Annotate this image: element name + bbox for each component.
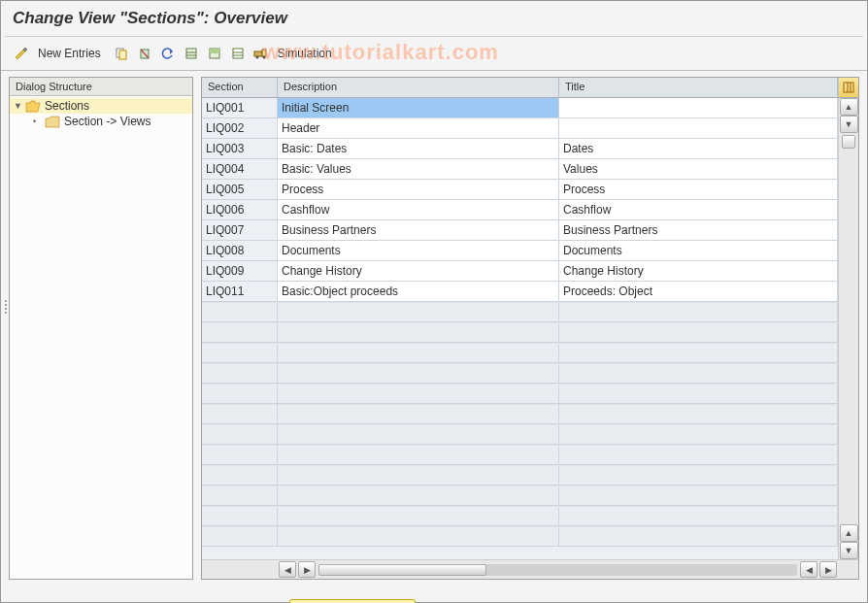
deselect-all-icon[interactable] <box>227 43 249 64</box>
cell-description <box>278 385 559 404</box>
cell-section[interactable]: LIQ008 <box>202 241 278 261</box>
svg-rect-12 <box>254 51 262 56</box>
cell-description <box>278 466 559 486</box>
svg-rect-8 <box>210 49 219 53</box>
table-row[interactable]: LIQ002Header <box>202 118 858 139</box>
simulation-button[interactable]: Simulation <box>274 45 340 62</box>
scroll-nub[interactable] <box>842 135 855 149</box>
page-title: Change View "Sections": Overview <box>1 1 867 36</box>
cell-description[interactable]: Basic: Dates <box>278 139 559 159</box>
undo-icon[interactable] <box>157 43 179 64</box>
cell-description <box>278 486 559 506</box>
cell-title[interactable]: Documents <box>559 241 838 261</box>
cell-description[interactable]: Documents <box>278 241 559 261</box>
position-button[interactable]: Position... <box>289 599 417 603</box>
cell-title[interactable]: Values <box>559 159 838 180</box>
cell-section[interactable]: LIQ003 <box>202 139 278 159</box>
toggle-display-change-icon[interactable] <box>11 43 32 64</box>
cell-title[interactable]: Proceeds: Object <box>559 282 838 302</box>
table-row <box>202 424 858 445</box>
scroll-right-icon[interactable]: ▶ <box>819 561 837 578</box>
copy-icon[interactable] <box>111 43 132 64</box>
scroll-up-icon[interactable]: ▲ <box>840 98 858 116</box>
table-row[interactable]: LIQ003Basic: DatesDates <box>202 139 858 159</box>
cell-title[interactable] <box>559 98 838 118</box>
scroll-down-icon[interactable]: ▼ <box>840 542 858 559</box>
table-row[interactable]: LIQ009Change HistoryChange History <box>202 261 858 282</box>
cell-section[interactable]: LIQ002 <box>202 118 278 139</box>
select-block-icon[interactable] <box>204 43 225 64</box>
vertical-scrollbar[interactable]: ▲ ▼ ▲ ▼ <box>838 98 858 559</box>
table-row <box>202 384 858 404</box>
table-row[interactable]: LIQ004Basic: ValuesValues <box>202 159 858 180</box>
cell-title <box>559 344 838 363</box>
cell-title <box>559 405 838 424</box>
cell-description[interactable]: Initial Screen <box>278 98 559 118</box>
table-row <box>202 486 858 506</box>
cell-title <box>559 385 838 404</box>
horizontal-scrollbar[interactable]: ◀ ▶ ◀ ▶ <box>202 559 858 579</box>
select-all-icon[interactable] <box>181 43 202 64</box>
cell-section <box>202 364 278 384</box>
cell-title[interactable]: Process <box>559 180 838 200</box>
cell-title[interactable] <box>559 118 838 139</box>
cell-description[interactable]: Change History <box>278 261 559 282</box>
cell-description[interactable]: Process <box>278 180 559 200</box>
cell-section <box>202 323 278 343</box>
scroll-down-icon[interactable]: ▼ <box>840 116 858 133</box>
toolbar: New Entries Simulation <box>1 37 867 71</box>
cell-section[interactable]: LIQ006 <box>202 200 278 220</box>
cell-section[interactable]: LIQ009 <box>202 261 278 282</box>
table-row[interactable]: LIQ006CashflowCashflow <box>202 200 858 220</box>
new-entries-button[interactable]: New Entries <box>34 45 109 62</box>
cell-description[interactable]: Business Partners <box>278 220 559 241</box>
svg-rect-16 <box>844 83 853 92</box>
cell-description <box>278 364 559 384</box>
cell-title[interactable]: Dates <box>559 139 838 159</box>
cell-description <box>278 323 559 343</box>
cell-description <box>278 303 559 322</box>
table-row[interactable]: LIQ007Business PartnersBusiness Partners <box>202 220 858 241</box>
cell-title[interactable]: Business Partners <box>559 220 838 241</box>
cell-description[interactable]: Basic:Object proceeds <box>278 282 559 302</box>
cell-section[interactable]: LIQ007 <box>202 220 278 241</box>
table-row[interactable]: LIQ001Initial Screen <box>202 98 858 118</box>
col-header-section[interactable]: Section <box>202 78 278 97</box>
table-row <box>202 363 858 384</box>
bullet-icon: • <box>33 117 43 126</box>
cell-section <box>202 486 278 506</box>
cell-section[interactable]: LIQ004 <box>202 159 278 180</box>
cell-title[interactable]: Cashflow <box>559 200 838 220</box>
tree-node-section-views[interactable]: • Section -> Views <box>10 114 192 129</box>
expand-icon[interactable]: ▼ <box>14 101 23 111</box>
cell-section[interactable]: LIQ011 <box>202 282 278 302</box>
cell-description[interactable]: Header <box>278 118 559 139</box>
cell-description[interactable]: Cashflow <box>278 200 559 220</box>
configure-columns-icon[interactable] <box>838 78 858 97</box>
cell-description <box>278 344 559 363</box>
scroll-left-icon[interactable]: ◀ <box>279 561 296 578</box>
scroll-right-icon[interactable]: ▶ <box>298 561 316 578</box>
col-header-description[interactable]: Description <box>278 78 559 97</box>
cell-section <box>202 507 278 526</box>
table-row[interactable]: LIQ005ProcessProcess <box>202 180 858 200</box>
hscroll-thumb[interactable] <box>318 564 486 576</box>
cell-section <box>202 446 278 465</box>
table-row[interactable]: LIQ008DocumentsDocuments <box>202 241 858 261</box>
table-row[interactable]: LIQ011Basic:Object proceedsProceeds: Obj… <box>202 282 858 302</box>
splitter-handle[interactable] <box>3 292 9 321</box>
scroll-up-icon[interactable]: ▲ <box>840 524 858 542</box>
transport-icon[interactable] <box>250 43 272 64</box>
tree-node-sections[interactable]: ▼ Sections <box>10 98 192 114</box>
cell-section <box>202 344 278 363</box>
scroll-left-icon[interactable]: ◀ <box>800 561 818 578</box>
cell-section[interactable]: LIQ001 <box>202 98 278 118</box>
cell-description <box>278 527 559 547</box>
cell-title[interactable]: Change History <box>559 261 838 282</box>
cell-section[interactable]: LIQ005 <box>202 180 278 200</box>
cell-description[interactable]: Basic: Values <box>278 159 559 180</box>
delete-icon[interactable] <box>134 43 155 64</box>
cell-section <box>202 405 278 424</box>
col-header-title[interactable]: Title <box>559 78 838 97</box>
svg-rect-9 <box>233 49 243 58</box>
